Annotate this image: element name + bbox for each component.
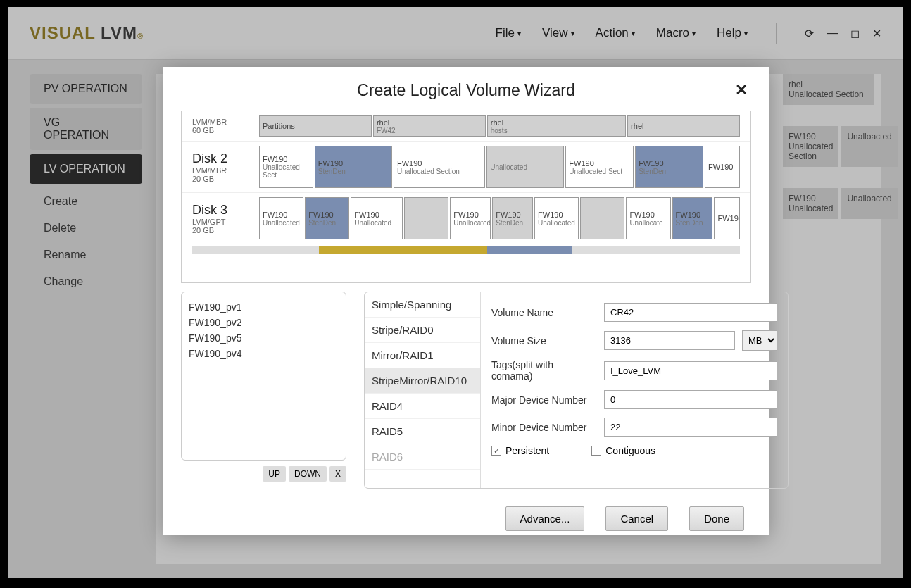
tags-label: Tags(split with comama): [491, 359, 597, 382]
pv-remove-button[interactable]: X: [329, 466, 346, 482]
disk-meta: 60 GB: [192, 126, 259, 135]
minor-device-input[interactable]: [604, 418, 777, 437]
pv-down-button[interactable]: DOWN: [289, 466, 327, 482]
disk-segment[interactable]: FW190Unallocated Section: [394, 146, 485, 188]
minor-device-label: Minor Device Number: [491, 422, 597, 433]
disk-segment[interactable]: FW190Unallocated: [450, 197, 491, 239]
disk-name: Disk 3: [192, 203, 259, 218]
volume-size-input[interactable]: [604, 331, 735, 350]
disk-segment[interactable]: [580, 197, 624, 239]
major-device-label: Major Device Number: [491, 394, 597, 406]
raid-stripemirror[interactable]: StripeMirror/RAID10: [365, 368, 480, 394]
disk-segment[interactable]: rhelFW42: [373, 115, 486, 137]
disk-segment[interactable]: [404, 197, 448, 239]
persistent-checkbox[interactable]: [491, 446, 501, 456]
disk-segment[interactable]: FW190Unallocated: [534, 197, 579, 239]
contiguous-label: Contiguous: [605, 445, 655, 456]
disk-meta: LVM/MBR: [192, 166, 259, 175]
disk-name: Disk 2: [192, 151, 259, 166]
pv-item[interactable]: FW190_pv4: [189, 346, 339, 361]
modal-title: Create Logical Volume Wizard: [357, 81, 574, 99]
pv-item[interactable]: FW190_pv1: [189, 299, 339, 315]
contiguous-checkbox[interactable]: [591, 446, 601, 456]
disk-panel[interactable]: LVM/MBR 60 GB Partitions rhelFW42 rhelho…: [181, 111, 751, 283]
disk-segment[interactable]: FW190StenDen: [315, 146, 392, 188]
raid-stripe[interactable]: Stripe/RAID0: [365, 318, 480, 343]
raid-6[interactable]: RAID6: [365, 444, 480, 470]
volume-size-label: Volume Size: [491, 335, 597, 346]
create-lv-modal: Create Logical Volume Wizard ✕ LVM/MBR 6…: [163, 67, 769, 535]
disk-segment[interactable]: FW190Unallocated Sect: [565, 146, 634, 188]
disk-meta: LVM/GPT: [192, 218, 259, 226]
modal-close-icon[interactable]: ✕: [735, 81, 748, 99]
pv-item[interactable]: FW190_pv5: [189, 330, 339, 346]
raid-4[interactable]: RAID4: [365, 394, 480, 419]
pv-list: FW190_pv1 FW190_pv2 FW190_pv5 FW190_pv4: [181, 292, 346, 461]
disk-segment[interactable]: FW190StenDen: [305, 197, 349, 239]
disk-meta: LVM/MBR: [192, 118, 259, 126]
disk-meta: 20 GB: [192, 175, 259, 183]
disk-segment[interactable]: FW190StenDen: [672, 197, 713, 239]
disk-segment[interactable]: FW190Unallocate: [626, 197, 670, 239]
disk-segment[interactable]: FW190Unallocated Sect: [259, 146, 313, 188]
disk-segment[interactable]: FW190: [714, 197, 740, 239]
major-device-input[interactable]: [604, 390, 777, 409]
raid-mirror[interactable]: Mirror/RAID1: [365, 343, 480, 368]
done-button[interactable]: Done: [689, 506, 744, 531]
disk-segment[interactable]: FW190Unallocated: [259, 197, 303, 239]
disk-segment[interactable]: Partitions: [259, 115, 372, 137]
pv-item[interactable]: FW190_pv2: [189, 315, 339, 330]
advance-button[interactable]: Advance...: [505, 506, 585, 531]
persistent-label: Persistent: [505, 445, 549, 456]
disk-segment[interactable]: rhelhosts: [487, 115, 626, 137]
volume-name-label: Volume Name: [491, 307, 597, 318]
disk-segment[interactable]: FW190StenDen: [635, 146, 703, 188]
cancel-button[interactable]: Cancel: [605, 506, 668, 531]
disk-meta: 20 GB: [192, 226, 259, 234]
raid-simple[interactable]: Simple/Spanning: [365, 292, 480, 318]
disk-segment[interactable]: Unallocated: [486, 146, 564, 188]
disk-segment[interactable]: FW190: [705, 146, 740, 188]
pv-up-button[interactable]: UP: [263, 466, 286, 482]
volume-name-input[interactable]: [604, 303, 777, 322]
disk-segment[interactable]: rhel: [627, 115, 740, 137]
raid-5[interactable]: RAID5: [365, 419, 480, 444]
tags-input[interactable]: [604, 361, 777, 380]
volume-size-unit[interactable]: MB: [742, 330, 777, 351]
raid-type-list: Simple/Spanning Stripe/RAID0 Mirror/RAID…: [365, 292, 481, 488]
disk-segment[interactable]: FW190Unallocated: [351, 197, 403, 239]
disk-segment[interactable]: FW190StenDen: [492, 197, 533, 239]
